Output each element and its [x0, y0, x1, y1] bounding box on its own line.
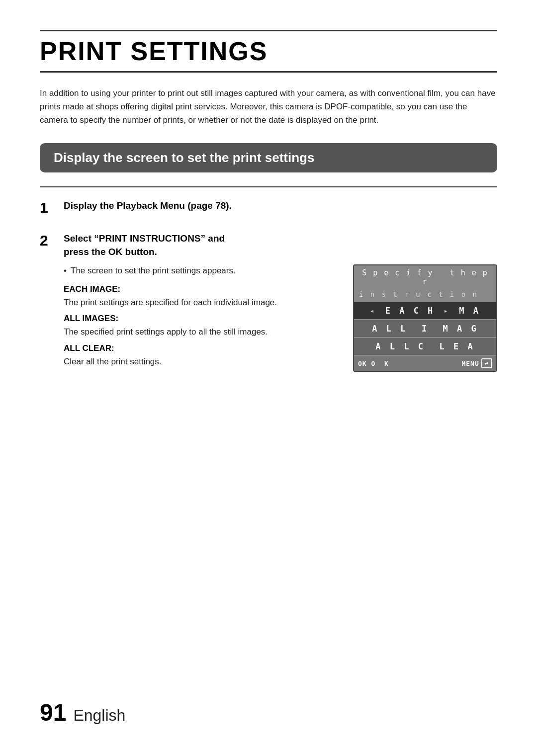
step-2-title-part1: Select “PRINT INSTRUCTIONS” and [64, 233, 225, 244]
step-2-content: Select “PRINT INSTRUCTIONS” and press th… [64, 232, 497, 373]
each-image-text: The print settings are specified for eac… [64, 296, 335, 309]
step-1: 1 Display the Playback Menu (page 78). [40, 199, 497, 219]
title-rule [40, 71, 497, 73]
step-2-title: Select “PRINT INSTRUCTIONS” and press th… [64, 232, 497, 258]
all-images-text: The specified print settings apply to al… [64, 326, 335, 338]
menu-arrow-icon: ↩ [481, 358, 492, 368]
camera-menu-alli: A L L I M A G [354, 320, 496, 337]
page-footer: 91 English [40, 699, 125, 726]
step-2-title-part2: press the OK button. [64, 247, 157, 257]
camera-header-left: S p e c i f y t h e p r [359, 268, 491, 286]
camera-subheader-left: i n s t r u c t i o n [359, 290, 478, 298]
each-image-label: EACH IMAGE: [64, 284, 335, 294]
camera-subheader: i n s t r u c t i o n [354, 289, 496, 301]
page-container: PRINT SETTINGS In addition to using your… [0, 0, 537, 756]
step-2-number: 2 [40, 232, 64, 249]
all-images-label: ALL IMAGES: [64, 314, 335, 324]
right-arrow-icon: ▸ [444, 307, 450, 315]
step-1-number: 1 [40, 199, 64, 216]
camera-header-row: S p e c i f y t h e p r [354, 265, 496, 289]
step-2: 2 Select “PRINT INSTRUCTIONS” and press … [40, 232, 497, 373]
step-2-text: The screen to set the print settings app… [64, 264, 335, 373]
camera-footer: OK O K MENU ↩ [354, 356, 496, 371]
step-1-title: Display the Playback Menu (page 78). [64, 199, 497, 213]
page-title: PRINT SETTINGS [40, 36, 497, 66]
section-header: Display the screen to set the print sett… [40, 143, 497, 172]
page-language: English [73, 706, 125, 725]
intro-text: In addition to using your printer to pri… [40, 86, 497, 127]
left-arrow-icon: ◂ [370, 307, 376, 315]
all-clear-label: ALL CLEAR: [64, 343, 335, 353]
step-1-content: Display the Playback Menu (page 78). [64, 199, 497, 219]
camera-screen: S p e c i f y t h e p r i n s t r u c t … [353, 264, 497, 372]
camera-menu-each: ◂ E A C H ▸ M A [354, 302, 496, 319]
top-rule [40, 30, 497, 31]
camera-footer-ok: OK O K [358, 360, 389, 367]
all-clear-text: Clear all the print settings. [64, 355, 335, 368]
camera-menu-allc: A L L C L E A [354, 338, 496, 355]
page-number: 91 [40, 699, 66, 726]
step-2-layout: The screen to set the print settings app… [64, 264, 497, 373]
camera-footer-menu: MENU ↩ [461, 358, 492, 368]
section-rule [40, 186, 497, 187]
step-2-bullet: The screen to set the print settings app… [64, 264, 335, 277]
